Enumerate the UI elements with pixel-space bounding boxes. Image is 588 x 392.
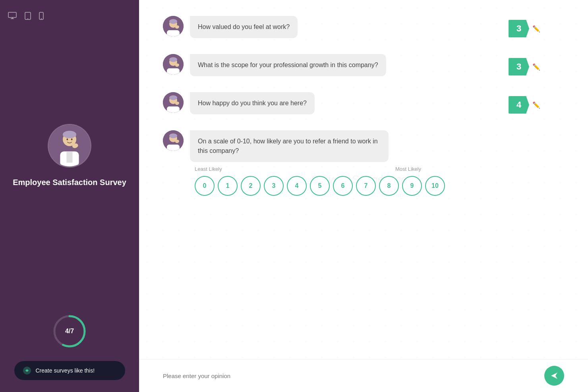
nps-option-10[interactable]: 10 — [425, 176, 445, 196]
svg-point-9 — [63, 131, 76, 138]
question-row-nps: On a scale of 0-10, how likely are you t… — [163, 130, 564, 204]
question-text-3: How happy do you think you are here? — [198, 100, 307, 106]
nps-option-0[interactable]: 0 — [195, 176, 215, 196]
nps-label-right: Most Likely — [395, 166, 421, 172]
nps-option-4[interactable]: 4 — [287, 176, 307, 196]
nps-option-9[interactable]: 9 — [402, 176, 422, 196]
svg-rect-31 — [167, 106, 180, 113]
survey-title: Employee Satisfaction Survey — [13, 177, 126, 187]
nps-buttons: 012345678910 — [163, 176, 445, 196]
avatar-q2 — [163, 54, 184, 75]
edit-icon-1[interactable]: ✏️ — [532, 25, 540, 33]
question-row: How happy do you think you are here? 4 ✏… — [163, 92, 564, 114]
nps-section: Least Likely Most Likely 012345678910 — [163, 166, 445, 204]
svg-point-12 — [66, 139, 68, 141]
question-text-4: On a scale of 0-10, how likely are you t… — [198, 138, 378, 154]
progress-section: 4/7 — [52, 313, 87, 349]
question-text-2: What is the scope for your professional … — [198, 62, 378, 68]
svg-point-35 — [169, 133, 177, 138]
send-icon — [550, 371, 559, 380]
svg-point-25 — [169, 57, 177, 62]
nps-labels: Least Likely Most Likely — [163, 166, 445, 172]
svg-point-20 — [169, 19, 177, 24]
nps-option-6[interactable]: 6 — [333, 176, 353, 196]
avatar-q4 — [163, 130, 184, 151]
question-badge-3: 4 ✏️ — [509, 96, 540, 114]
sidebar-center: Employee Satisfaction Survey — [13, 0, 126, 313]
svg-rect-26 — [167, 68, 180, 75]
chat-area: SurveyeSuggest.com How valued do you fee… — [139, 0, 588, 359]
question-bubble-3: How happy do you think you are here? — [190, 92, 315, 114]
avatar — [48, 124, 91, 168]
cta-text: Create surveys like this! — [36, 367, 95, 374]
cta-logo-icon — [22, 366, 32, 375]
nps-label-left: Least Likely — [195, 166, 222, 172]
nps-option-8[interactable]: 8 — [379, 176, 399, 196]
cta-bar[interactable]: Create surveys like this! — [14, 361, 125, 380]
badge-number-3: 4 — [509, 96, 529, 114]
progress-ring: 4/7 — [52, 313, 87, 349]
input-area — [139, 359, 588, 392]
nps-option-7[interactable]: 7 — [356, 176, 376, 196]
edit-icon-3[interactable]: ✏️ — [532, 101, 540, 109]
progress-label: 4/7 — [65, 328, 74, 335]
badge-number-2: 3 — [509, 58, 529, 75]
badge-number-1: 3 — [509, 20, 529, 37]
sidebar: Employee Satisfaction Survey 4/7 Create … — [0, 0, 139, 392]
question-bubble-2: What is the scope for your professional … — [190, 54, 386, 76]
nps-option-1[interactable]: 1 — [218, 176, 238, 196]
question-badge-2: 3 ✏️ — [509, 58, 540, 75]
svg-point-13 — [71, 139, 73, 141]
main-content: SurveyeSuggest.com How valued do you fee… — [139, 0, 588, 392]
svg-rect-36 — [167, 145, 180, 151]
opinion-input[interactable] — [163, 373, 544, 379]
nps-option-5[interactable]: 5 — [310, 176, 330, 196]
question-badge-1: 3 ✏️ — [509, 20, 540, 37]
nps-option-3[interactable]: 3 — [264, 176, 284, 196]
question-bubble-4: On a scale of 0-10, how likely are you t… — [190, 130, 389, 162]
question-bubble-1: How valued do you feel at work? — [190, 16, 298, 38]
question-row: What is the scope for your professional … — [163, 54, 564, 76]
edit-icon-2[interactable]: ✏️ — [532, 63, 540, 71]
question-text-1: How valued do you feel at work? — [198, 23, 290, 30]
avatar-q3 — [163, 92, 184, 113]
svg-rect-11 — [66, 151, 72, 162]
question-row: How valued do you feel at work? 3 ✏️ — [163, 16, 564, 38]
svg-rect-21 — [167, 30, 180, 37]
send-button[interactable] — [544, 366, 564, 386]
avatar-q1 — [163, 16, 184, 37]
svg-point-30 — [169, 95, 177, 100]
nps-option-2[interactable]: 2 — [241, 176, 261, 196]
